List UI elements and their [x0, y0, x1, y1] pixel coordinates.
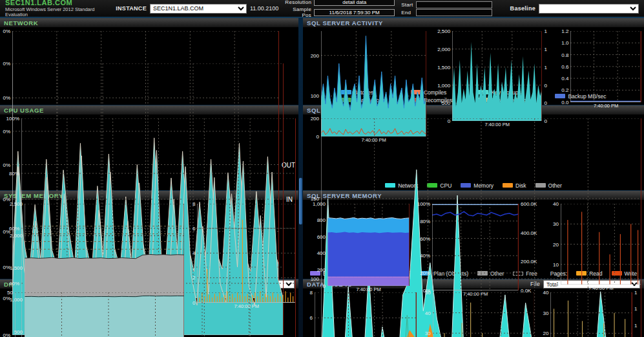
- end-input[interactable]: [416, 9, 492, 16]
- y-tick-label: 100%: [417, 201, 430, 207]
- sql-memory-pages-chart: 0102030407:40:00 PM: [548, 201, 641, 268]
- y-tick-label: 0.6: [561, 63, 568, 69]
- dashboard-page: SEC1N1.LAB.COM Microsoft Windows Server …: [0, 0, 644, 337]
- page-faults-chart: 024687:40:00 PM: [188, 201, 296, 268]
- right-tick-label: 200.0K: [521, 259, 537, 265]
- chart-plot-area: [15, 292, 296, 337]
- dashboard-main: NETWORK 0%0%0%0%0%OUT 0%0%0%0%0%IN7:30:0…: [0, 17, 644, 337]
- sample-pos-label: Sample Pos: [285, 6, 311, 18]
- right-axis-labels: 600.0K400.0K200.0K0.0K: [519, 204, 545, 290]
- left-column: NETWORK 0%0%0%0%0%OUT 0%0%0%0%0%IN7:30:0…: [0, 17, 298, 337]
- panel-sql-server-memory: SQL SERVER MEMORY 02004006008001,0007:40…: [303, 190, 644, 279]
- scrollbar-thumb[interactable]: [299, 178, 302, 224]
- y-tick-label: 0: [556, 282, 559, 288]
- x-tick-label: 7:40:00 PM: [594, 103, 618, 109]
- y-tick-label: 6: [192, 226, 195, 232]
- y-tick-label: 20: [553, 241, 559, 247]
- y-tick-label: 600: [317, 234, 326, 239]
- resolution-group: Resolution detail data Sample Pos 11/6/2…: [285, 0, 395, 18]
- chart-plot-area: [327, 204, 410, 286]
- y-tick-label: 0.4: [561, 76, 568, 82]
- system-memory-charts: 05001,0001,5002,0002,5007:30:00 PM7:40:0…: [0, 201, 298, 268]
- sql-activity-backup-chart: 0.00.20.40.60.81.01.27:40:00 PM: [555, 28, 641, 87]
- y-tick-label: 80%: [420, 218, 430, 224]
- y-tick-label: 50: [425, 290, 431, 296]
- y-axis-labels: 010203040: [538, 292, 550, 337]
- y-axis-labels: 010203040: [548, 204, 561, 285]
- right-tick-label: 400.0K: [521, 230, 537, 235]
- y-axis-labels: 05001,0001,5002,0002,500: [430, 31, 452, 121]
- y-tick-label: 200: [317, 266, 326, 272]
- sql-activity-panel-header: SQL SERVER ACTIVITY: [303, 18, 644, 28]
- x-tick-label: 7:40:00 PM: [356, 287, 380, 292]
- database-io-rate-chart: 02468: [306, 289, 417, 337]
- y-tick-label: 200: [311, 116, 319, 122]
- y-tick-label: 8: [192, 201, 195, 207]
- network-title: NETWORK: [4, 19, 38, 27]
- right-tick-label: 600.0K: [521, 201, 537, 207]
- sample-pos-value: 11/6/2018 7:59:30 PM: [314, 9, 395, 16]
- y-tick-label: 800: [317, 217, 326, 223]
- y-tick-label: 2,500: [10, 201, 23, 207]
- baseline-select[interactable]: [539, 4, 639, 14]
- sql-activity-transactions-chart: 05001,0001,5002,0002,5001110007:40:00 PM: [430, 28, 551, 87]
- right-tick-label: 1: [634, 306, 637, 312]
- server-brand: SEC1N1.LAB.COM Microsoft Windows Server …: [5, 0, 109, 17]
- baseline-group: Baseline: [510, 4, 639, 14]
- x-axis-labels: 7:40:00 PM: [561, 285, 641, 292]
- y-tick-label: 2,000: [437, 46, 450, 52]
- y-tick-label: 1,500: [10, 265, 23, 270]
- sql-activity-batches-chart: 01002007:40:00 PM: [306, 28, 426, 87]
- right-tick-label: 1: [544, 28, 546, 34]
- panel-network: NETWORK 0%0%0%0%0%OUT 0%0%0%0%0%IN7:30:0…: [0, 17, 298, 105]
- y-tick-label: 0: [323, 283, 326, 289]
- server-subtitle: Microsoft Windows Server 2012 Standard E…: [5, 7, 109, 17]
- right-tick-label: 1: [544, 64, 546, 70]
- y-tick-label: 20: [543, 331, 548, 336]
- y-tick-label: 30: [425, 331, 431, 336]
- y-tick-label: 100%: [6, 116, 19, 122]
- y-tick-label: 1,000: [437, 82, 450, 88]
- right-tick-label: 0: [544, 82, 546, 88]
- y-tick-label: 0.0: [561, 99, 568, 105]
- end-label: End: [401, 10, 413, 16]
- right-tick-label: 1: [544, 46, 546, 52]
- instance-label: INSTANCE: [116, 5, 147, 12]
- y-tick-label: 0.8: [561, 52, 568, 58]
- y-tick-label: 2,500: [437, 28, 450, 34]
- y-tick-label: 1,000: [313, 201, 326, 207]
- y-tick-label: 40%: [420, 253, 430, 259]
- network-panel-header: NETWORK: [0, 18, 298, 28]
- chart-plot-area: [550, 292, 632, 337]
- instance-select[interactable]: SEC1N1.LAB.COM: [150, 4, 247, 14]
- y-tick-label: 1.0: [561, 40, 568, 46]
- x-tick-label: 7:40:00 PM: [588, 285, 613, 291]
- network-out-chart: 0%0%0%0%0%OUT: [0, 28, 298, 60]
- app-header: SEC1N1.LAB.COM Microsoft Windows Server …: [0, 0, 644, 17]
- right-tick-label: 0: [544, 100, 546, 106]
- system-memory-chart: 05001,0001,5002,0002,5007:30:00 PM7:40:0…: [3, 201, 184, 268]
- y-axis-labels: 0%20%40%60%80%100%: [413, 204, 432, 290]
- chart-plot-area: [315, 292, 417, 337]
- y-tick-label: 10: [553, 261, 559, 267]
- database-io-file-chart: 01020304050: [421, 289, 535, 337]
- panel-sql-server-activity: SQL SERVER ACTIVITY 01002007:40:00 PM 05…: [303, 17, 644, 105]
- y-axis-labels: 01020304050: [3, 292, 15, 337]
- sql-activity-charts: 01002007:40:00 PM 05001,0001,5002,0002,5…: [303, 28, 644, 87]
- y-tick-label: 2,000: [10, 233, 23, 239]
- start-input[interactable]: [416, 1, 492, 8]
- column-scrollbar[interactable]: [298, 17, 303, 337]
- x-axis-labels: 7:40:00 PM: [570, 102, 641, 109]
- chart-plot-area: [570, 31, 641, 102]
- right-column: SQL SERVER ACTIVITY 01002007:40:00 PM 05…: [303, 17, 644, 337]
- sql-activity-title: SQL SERVER ACTIVITY: [307, 19, 383, 27]
- y-axis-labels: 02468: [188, 204, 197, 303]
- sql-memory-percent-chart: 0%20%40%60%80%100%600.0K400.0K200.0K0.0K…: [413, 201, 545, 268]
- right-axis-labels: 111000: [542, 31, 551, 121]
- y-tick-label: 2: [192, 275, 195, 281]
- y-tick-label: 40: [553, 201, 559, 207]
- sql-memory-stack-chart: 02004006008001,0007:40:00 PM: [306, 201, 410, 268]
- cpu-usage-chart: 0%20%40%60%80%100%7:30:00 PM7:35:00 PM7:…: [0, 115, 298, 188]
- y-tick-label: 60%: [420, 235, 430, 241]
- y-tick-label: 400: [317, 250, 326, 256]
